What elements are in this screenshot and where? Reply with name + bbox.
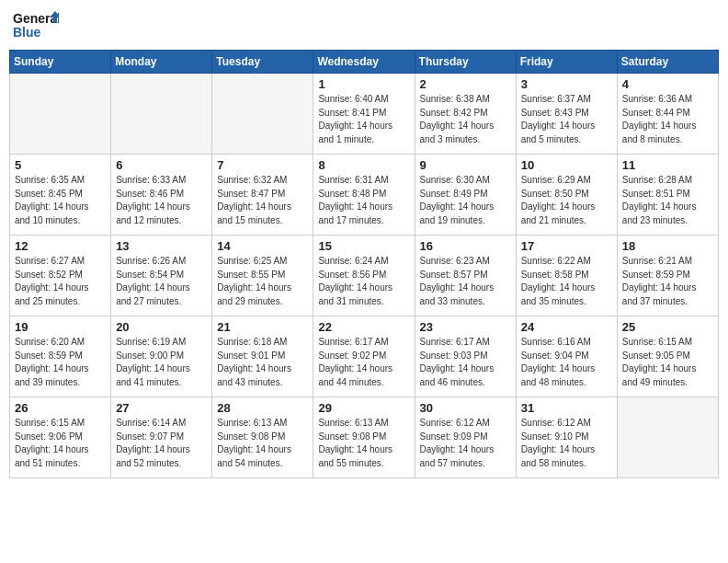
day-number: 16: [420, 239, 511, 253]
calendar-week-row: 5Sunrise: 6:35 AM Sunset: 8:45 PM Daylig…: [10, 155, 719, 236]
day-number: 18: [622, 239, 713, 253]
general-blue-logo-icon: General Blue: [13, 9, 59, 42]
day-info: Sunrise: 6:18 AM Sunset: 9:01 PM Dayligh…: [217, 336, 308, 389]
day-number: 2: [420, 77, 511, 91]
day-info: Sunrise: 6:40 AM Sunset: 8:41 PM Dayligh…: [318, 93, 409, 146]
day-info: Sunrise: 6:37 AM Sunset: 8:43 PM Dayligh…: [521, 93, 612, 146]
day-info: Sunrise: 6:35 AM Sunset: 8:45 PM Dayligh…: [15, 174, 106, 227]
day-info: Sunrise: 6:30 AM Sunset: 8:49 PM Dayligh…: [420, 174, 511, 227]
calendar-day-cell: 26Sunrise: 6:15 AM Sunset: 9:06 PM Dayli…: [10, 397, 111, 478]
day-number: 26: [15, 401, 106, 415]
day-info: Sunrise: 6:33 AM Sunset: 8:46 PM Dayligh…: [116, 174, 207, 227]
calendar-day-cell: 8Sunrise: 6:31 AM Sunset: 8:48 PM Daylig…: [313, 155, 415, 236]
day-number: 6: [116, 158, 207, 172]
day-number: 21: [217, 320, 308, 334]
calendar-day-cell: 25Sunrise: 6:15 AM Sunset: 9:05 PM Dayli…: [617, 316, 718, 397]
day-info: Sunrise: 6:13 AM Sunset: 9:08 PM Dayligh…: [318, 417, 409, 470]
calendar-day-cell: 17Sunrise: 6:22 AM Sunset: 8:58 PM Dayli…: [516, 236, 617, 316]
day-number: 19: [15, 320, 106, 334]
calendar-day-cell: 20Sunrise: 6:19 AM Sunset: 9:00 PM Dayli…: [111, 316, 212, 397]
calendar-day-cell: 29Sunrise: 6:13 AM Sunset: 9:08 PM Dayli…: [313, 397, 415, 478]
day-info: Sunrise: 6:27 AM Sunset: 8:52 PM Dayligh…: [15, 255, 106, 308]
day-number: 20: [116, 320, 207, 334]
calendar-day-cell: 1Sunrise: 6:40 AM Sunset: 8:41 PM Daylig…: [313, 74, 415, 155]
calendar-day-cell: [111, 74, 212, 155]
day-number: 17: [521, 239, 612, 253]
calendar-day-cell: [617, 397, 718, 478]
day-info: Sunrise: 6:16 AM Sunset: 9:04 PM Dayligh…: [521, 336, 612, 389]
weekday-header-saturday: Saturday: [617, 51, 718, 74]
calendar-day-cell: 10Sunrise: 6:29 AM Sunset: 8:50 PM Dayli…: [516, 155, 617, 236]
day-number: 13: [116, 239, 207, 253]
day-number: 12: [15, 239, 106, 253]
calendar-day-cell: 27Sunrise: 6:14 AM Sunset: 9:07 PM Dayli…: [111, 397, 212, 478]
calendar-day-cell: 13Sunrise: 6:26 AM Sunset: 8:54 PM Dayli…: [111, 236, 212, 316]
weekday-header-sunday: Sunday: [10, 51, 111, 74]
calendar-day-cell: 9Sunrise: 6:30 AM Sunset: 8:49 PM Daylig…: [415, 155, 516, 236]
day-info: Sunrise: 6:19 AM Sunset: 9:00 PM Dayligh…: [116, 336, 207, 389]
calendar-day-cell: 11Sunrise: 6:28 AM Sunset: 8:51 PM Dayli…: [617, 155, 718, 236]
calendar-day-cell: 7Sunrise: 6:32 AM Sunset: 8:47 PM Daylig…: [212, 155, 313, 236]
day-number: 24: [521, 320, 612, 334]
day-number: 15: [318, 239, 409, 253]
day-info: Sunrise: 6:17 AM Sunset: 9:02 PM Dayligh…: [318, 336, 409, 389]
day-number: 23: [420, 320, 511, 334]
day-number: 27: [116, 401, 207, 415]
day-info: Sunrise: 6:15 AM Sunset: 9:05 PM Dayligh…: [622, 336, 713, 389]
calendar-day-cell: 4Sunrise: 6:36 AM Sunset: 8:44 PM Daylig…: [617, 74, 718, 155]
calendar-day-cell: 14Sunrise: 6:25 AM Sunset: 8:55 PM Dayli…: [212, 236, 313, 316]
calendar-day-cell: 12Sunrise: 6:27 AM Sunset: 8:52 PM Dayli…: [10, 236, 111, 316]
weekday-header-monday: Monday: [111, 51, 212, 74]
calendar-day-cell: 21Sunrise: 6:18 AM Sunset: 9:01 PM Dayli…: [212, 316, 313, 397]
day-number: 31: [521, 401, 612, 415]
day-info: Sunrise: 6:31 AM Sunset: 8:48 PM Dayligh…: [318, 174, 409, 227]
day-info: Sunrise: 6:24 AM Sunset: 8:56 PM Dayligh…: [318, 255, 409, 308]
page-header: General Blue: [9, 9, 719, 42]
day-info: Sunrise: 6:26 AM Sunset: 8:54 PM Dayligh…: [116, 255, 207, 308]
calendar-day-cell: 31Sunrise: 6:12 AM Sunset: 9:10 PM Dayli…: [516, 397, 617, 478]
calendar-day-cell: 19Sunrise: 6:20 AM Sunset: 8:59 PM Dayli…: [10, 316, 111, 397]
weekday-header-friday: Friday: [516, 51, 617, 74]
weekday-header-wednesday: Wednesday: [313, 51, 415, 74]
day-info: Sunrise: 6:38 AM Sunset: 8:42 PM Dayligh…: [420, 93, 511, 146]
day-info: Sunrise: 6:32 AM Sunset: 8:47 PM Dayligh…: [217, 174, 308, 227]
calendar-day-cell: 5Sunrise: 6:35 AM Sunset: 8:45 PM Daylig…: [10, 155, 111, 236]
day-info: Sunrise: 6:14 AM Sunset: 9:07 PM Dayligh…: [116, 417, 207, 470]
calendar-day-cell: 24Sunrise: 6:16 AM Sunset: 9:04 PM Dayli…: [516, 316, 617, 397]
calendar-day-cell: 28Sunrise: 6:13 AM Sunset: 9:08 PM Dayli…: [212, 397, 313, 478]
calendar-day-cell: 2Sunrise: 6:38 AM Sunset: 8:42 PM Daylig…: [415, 74, 516, 155]
day-number: 3: [521, 77, 612, 91]
calendar-day-cell: 30Sunrise: 6:12 AM Sunset: 9:09 PM Dayli…: [415, 397, 516, 478]
day-info: Sunrise: 6:23 AM Sunset: 8:57 PM Dayligh…: [420, 255, 511, 308]
day-number: 14: [217, 239, 308, 253]
day-number: 25: [622, 320, 713, 334]
calendar-day-cell: 22Sunrise: 6:17 AM Sunset: 9:02 PM Dayli…: [313, 316, 415, 397]
calendar-day-cell: 6Sunrise: 6:33 AM Sunset: 8:46 PM Daylig…: [111, 155, 212, 236]
calendar-day-cell: 16Sunrise: 6:23 AM Sunset: 8:57 PM Dayli…: [415, 236, 516, 316]
calendar-week-row: 12Sunrise: 6:27 AM Sunset: 8:52 PM Dayli…: [10, 236, 719, 316]
day-info: Sunrise: 6:21 AM Sunset: 8:59 PM Dayligh…: [622, 255, 713, 308]
svg-text:General: General: [13, 11, 59, 26]
day-info: Sunrise: 6:36 AM Sunset: 8:44 PM Dayligh…: [622, 93, 713, 146]
day-number: 28: [217, 401, 308, 415]
day-info: Sunrise: 6:12 AM Sunset: 9:09 PM Dayligh…: [420, 417, 511, 470]
day-info: Sunrise: 6:12 AM Sunset: 9:10 PM Dayligh…: [521, 417, 612, 470]
weekday-header-thursday: Thursday: [415, 51, 516, 74]
day-number: 22: [318, 320, 409, 334]
calendar-week-row: 1Sunrise: 6:40 AM Sunset: 8:41 PM Daylig…: [10, 74, 719, 155]
calendar-table: SundayMondayTuesdayWednesdayThursdayFrid…: [9, 50, 719, 478]
day-info: Sunrise: 6:25 AM Sunset: 8:55 PM Dayligh…: [217, 255, 308, 308]
day-number: 1: [318, 77, 409, 91]
calendar-day-cell: 15Sunrise: 6:24 AM Sunset: 8:56 PM Dayli…: [313, 236, 415, 316]
calendar-day-cell: 23Sunrise: 6:17 AM Sunset: 9:03 PM Dayli…: [415, 316, 516, 397]
calendar-day-cell: 3Sunrise: 6:37 AM Sunset: 8:43 PM Daylig…: [516, 74, 617, 155]
calendar-day-cell: 18Sunrise: 6:21 AM Sunset: 8:59 PM Dayli…: [617, 236, 718, 316]
day-number: 10: [521, 158, 612, 172]
day-info: Sunrise: 6:13 AM Sunset: 9:08 PM Dayligh…: [217, 417, 308, 470]
day-number: 7: [217, 158, 308, 172]
weekday-header-tuesday: Tuesday: [212, 51, 313, 74]
day-number: 8: [318, 158, 409, 172]
day-number: 5: [15, 158, 106, 172]
day-info: Sunrise: 6:17 AM Sunset: 9:03 PM Dayligh…: [420, 336, 511, 389]
day-info: Sunrise: 6:28 AM Sunset: 8:51 PM Dayligh…: [622, 174, 713, 227]
